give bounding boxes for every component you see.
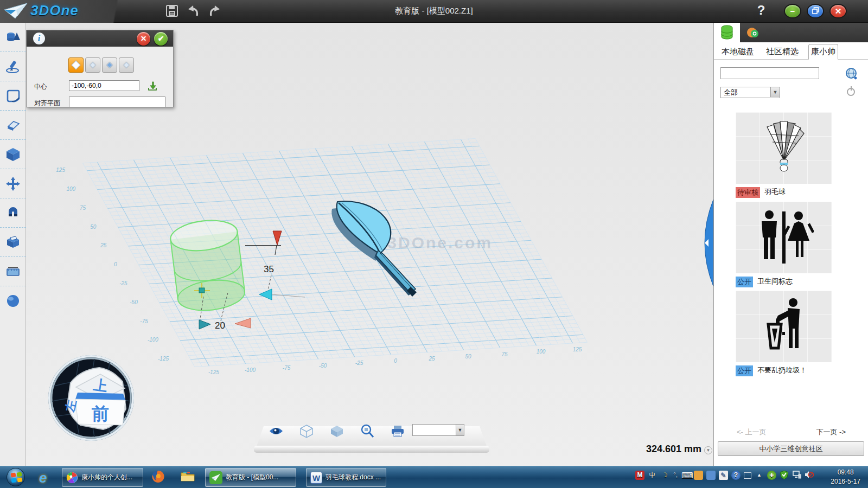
tray-ime-icon[interactable]: 中 [648, 471, 657, 480]
item-thumbnail[interactable] [736, 291, 832, 362]
tool-render-material[interactable] [0, 286, 26, 316]
tool-special-effects[interactable] [0, 228, 26, 257]
view-preset-combobox[interactable]: ▼ [412, 424, 464, 436]
pinwheel-browser-icon [66, 472, 78, 484]
center-input[interactable] [69, 80, 139, 91]
mode-button-2[interactable] [85, 57, 100, 73]
tray-volume-muted-icon[interactable] [805, 471, 814, 480]
firefox-icon[interactable] [151, 470, 165, 486]
grid-axis-label: -50 [319, 363, 327, 369]
panel-text-tabs: 本地磁盘 社区精选 康小帅 [714, 42, 868, 60]
tray-m-icon[interactable]: M [635, 471, 644, 480]
word-icon: W [310, 472, 322, 484]
taskbar-clock[interactable]: 09:48 2016-5-17 [831, 468, 860, 486]
tray-deg-icon[interactable]: °, [673, 471, 678, 480]
help-button[interactable]: ? [754, 3, 768, 18]
tray-help-icon[interactable]: ? [731, 471, 741, 480]
tray-keyboard-icon[interactable]: ⌨ [681, 471, 691, 480]
taskbar-task-browser[interactable]: 康小帅的个人创... [62, 468, 143, 487]
mode-button-1[interactable] [68, 57, 84, 73]
grid-axis-label: -50 [130, 299, 138, 305]
grid-axis-label: 50 [90, 224, 97, 230]
search-globe-icon[interactable] [845, 67, 858, 80]
dialog-cancel-button[interactable]: ✕ [137, 32, 150, 46]
tool-basic-solids[interactable] [0, 23, 26, 52]
tool-eraser[interactable] [0, 111, 26, 140]
gallery-item-no-littering[interactable]: 公开 不要乱扔垃圾！ [736, 291, 832, 376]
magnet-icon [5, 205, 21, 221]
zoom-icon[interactable] [360, 424, 374, 438]
grid-axis-label: 125 [56, 167, 65, 173]
power-icon[interactable] [847, 88, 855, 96]
minimize-button[interactable]: − [784, 4, 801, 18]
restore-icon [812, 7, 819, 14]
taskbar-task-3done[interactable]: 教育版 - [模型00... [205, 468, 296, 487]
wireframe-display-icon[interactable] [299, 424, 314, 438]
viewport-3d[interactable]: -125-100-75-50-2502550751001251251007550… [26, 23, 713, 466]
tool-measure[interactable] [0, 257, 26, 286]
gallery-item-restroom[interactable]: 公开 卫生间标志 [736, 202, 832, 287]
item-name: 卫生间标志 [757, 277, 793, 287]
viewcube-top-label[interactable]: 上 [92, 376, 108, 394]
model-cylinder[interactable] [169, 217, 246, 314]
tray-show-hidden-icon[interactable]: ▲ [755, 471, 764, 480]
drag-cone-teal[interactable] [199, 320, 210, 329]
tab-local-disk[interactable]: 本地磁盘 [719, 44, 756, 59]
next-page-button[interactable]: 下一页 -> [816, 427, 846, 437]
tool-sketch[interactable] [0, 52, 26, 81]
left-toolbar [0, 23, 26, 466]
drag-cone-salmon[interactable] [235, 318, 251, 328]
gallery-item-shuttlecock[interactable]: 待审核 羽毛球 [736, 112, 832, 198]
tool-move[interactable] [0, 169, 26, 198]
print-icon[interactable] [391, 425, 405, 438]
pick-point-icon[interactable] [147, 80, 158, 91]
visibility-eye-icon[interactable] [269, 425, 283, 437]
tray-notes-icon[interactable]: ✎ [719, 471, 728, 480]
community-site-button[interactable]: 中小学三维创意社区 [718, 441, 864, 456]
search-input[interactable] [720, 67, 819, 79]
scale-dropdown-button[interactable]: ▼ [704, 446, 712, 454]
viewcube-front-label[interactable]: 前 [91, 404, 109, 423]
tab-library[interactable] [714, 23, 740, 42]
windows-flag-icon [17, 477, 22, 482]
item-thumbnail[interactable] [736, 202, 832, 273]
chevron-down-icon[interactable]: ▼ [456, 425, 464, 435]
tray-mail-icon[interactable] [694, 471, 703, 480]
tab-community-picks[interactable]: 社区精选 [764, 44, 801, 59]
community-panel: 本地磁盘 社区精选 康小帅 全部 ▼ [713, 23, 868, 466]
clock-date: 2016-5-17 [831, 477, 860, 486]
taskbar-task-word[interactable]: W 羽毛球教程.docx ... [306, 468, 386, 487]
tray-search-doc-icon[interactable] [706, 471, 716, 480]
database-icon [720, 25, 734, 40]
maximize-button[interactable] [807, 4, 824, 18]
start-button[interactable] [7, 468, 25, 486]
tab-community-app[interactable] [740, 23, 766, 42]
align-plane-input[interactable] [69, 97, 165, 107]
tray-moon-icon[interactable]: ☽ [660, 471, 669, 480]
tray-network-icon[interactable] [792, 471, 801, 480]
item-thumbnail[interactable] [736, 112, 832, 184]
grid-axis-label: 0 [394, 358, 397, 364]
ie-icon[interactable]: e [39, 470, 47, 486]
tray-shield-icon[interactable] [780, 471, 789, 480]
tool-feature-modeling[interactable] [0, 140, 26, 169]
panel-collapse-handle[interactable] [703, 200, 713, 286]
mode-button-3[interactable] [102, 57, 117, 73]
grid-plane: -125-100-75-50-2502550751001251251007550… [56, 138, 587, 375]
chevron-down-icon[interactable]: ▼ [770, 87, 780, 97]
tool-assembly-magnet[interactable] [0, 198, 26, 228]
shaded-display-icon[interactable] [330, 425, 344, 438]
prev-page-button[interactable]: <- 上一页 [737, 427, 767, 437]
tray-window-icon[interactable] [744, 472, 751, 479]
tool-edit-sketch[interactable] [0, 81, 26, 111]
tab-user[interactable]: 康小帅 [808, 44, 838, 60]
explorer-folder-icon[interactable] [180, 470, 195, 485]
dialog-ok-button[interactable]: ✔ [154, 32, 168, 46]
view-cube[interactable]: 上 前 左 [48, 355, 134, 441]
community-logo-icon [746, 25, 760, 40]
grid-axis-label: -125 [158, 356, 169, 362]
tray-update-icon[interactable]: ✚ [767, 471, 776, 480]
mode-button-4[interactable] [119, 57, 134, 73]
close-button[interactable]: ✕ [829, 4, 847, 18]
item-name: 不要乱扔垃圾！ [757, 365, 807, 376]
